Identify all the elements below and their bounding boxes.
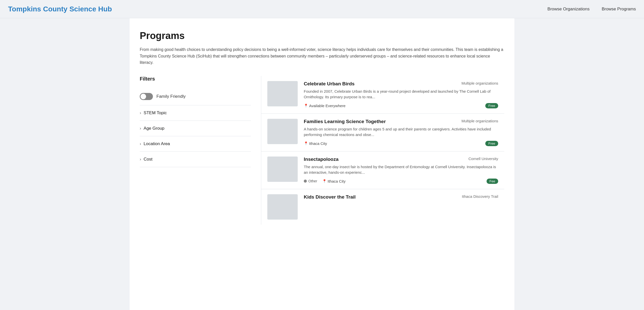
program-description: The annual, one-day insect fair is hoste… <box>304 164 498 176</box>
age-group-label: Age Group <box>144 126 164 131</box>
program-badge: Free <box>485 141 498 146</box>
stem-topic-expandable[interactable]: › STEM Topic <box>140 110 251 115</box>
program-header: Insectapolooza Cornell University <box>304 157 498 162</box>
other-label: Other <box>308 179 317 183</box>
program-name: Insectapolooza <box>304 157 338 162</box>
other-dot-icon <box>304 180 307 183</box>
program-meta-row: 📍 Available Everywhere Free <box>304 103 498 108</box>
program-meta-row: 📍 Ithaca City Free <box>304 141 498 146</box>
filter-age-group[interactable]: › Age Group <box>140 121 251 136</box>
location-text: Ithaca City <box>309 141 327 146</box>
cost-expandable[interactable]: › Cost <box>140 157 251 162</box>
program-card-insectapolooza[interactable]: Insectapolooza Cornell University The an… <box>261 151 504 189</box>
program-meta-left: 📍 Available Everywhere <box>304 104 346 108</box>
filter-location-area[interactable]: › Location Area <box>140 136 251 152</box>
program-thumbnail <box>267 157 298 182</box>
content-layout: Filters Family Friendly › STEM Topic <box>140 76 504 225</box>
program-card-celebrate-urban-birds[interactable]: Celebrate Urban Birds Multiple organizat… <box>261 76 504 114</box>
location-pin-icon: 📍 <box>304 104 308 108</box>
page-title: Programs <box>140 30 504 41</box>
program-location: 📍 Ithaca City <box>322 179 346 183</box>
program-header: Kids Discover the Trail Ithaca Discovery… <box>304 194 498 200</box>
program-description: Founded in 2007, Celebrate Urban Birds i… <box>304 89 498 100</box>
program-thumbnail <box>267 119 298 144</box>
program-location: 📍 Available Everywhere <box>304 104 346 108</box>
program-info: Insectapolooza Cornell University The an… <box>304 157 498 184</box>
program-meta-row: Other 📍 Ithaca City Fee <box>304 179 498 184</box>
stem-topic-label: STEM Topic <box>144 110 167 115</box>
programs-list: Celebrate Urban Birds Multiple organizat… <box>261 76 504 225</box>
program-name: Families Learning Science Together <box>304 119 386 124</box>
program-badge: Fee <box>487 179 498 184</box>
family-friendly-toggle-row: Family Friendly <box>140 93 251 100</box>
chevron-right-icon: › <box>140 157 141 162</box>
program-info: Kids Discover the Trail Ithaca Discovery… <box>304 194 498 202</box>
location-text: Ithaca City <box>328 179 346 183</box>
chevron-right-icon: › <box>140 111 141 115</box>
program-meta-left: 📍 Ithaca City <box>304 141 327 146</box>
toggle-thumb <box>140 94 146 99</box>
program-badge: Free <box>485 103 498 108</box>
chevron-right-icon: › <box>140 142 141 146</box>
site-logo[interactable]: Tompkins County Science Hub <box>8 5 112 13</box>
program-org: Multiple organizations <box>461 119 498 123</box>
program-info: Families Learning Science Together Multi… <box>304 119 498 146</box>
program-card-kids-discover-trail[interactable]: Kids Discover the Trail Ithaca Discovery… <box>261 189 504 225</box>
site-header: Tompkins County Science Hub Browse Organ… <box>0 0 644 18</box>
cost-label: Cost <box>144 157 152 162</box>
location-pin-icon: 📍 <box>304 141 308 145</box>
program-thumbnail <box>267 194 298 220</box>
program-org: Multiple organizations <box>461 81 498 85</box>
location-text: Available Everywhere <box>309 104 346 108</box>
nav-browse-organizations[interactable]: Browse Organizations <box>548 7 590 12</box>
page-description: From making good health choices to under… <box>140 46 504 66</box>
filters-title: Filters <box>140 76 251 82</box>
nav-browse-programs[interactable]: Browse Programs <box>602 7 636 12</box>
program-header: Celebrate Urban Birds Multiple organizat… <box>304 81 498 87</box>
age-group-expandable[interactable]: › Age Group <box>140 126 251 131</box>
other-badge: Other <box>304 179 317 183</box>
main-nav: Browse Organizations Browse Programs <box>548 7 636 12</box>
filter-stem-topic[interactable]: › STEM Topic <box>140 105 251 121</box>
location-area-expandable[interactable]: › Location Area <box>140 141 251 146</box>
program-org: Cornell University <box>468 157 498 161</box>
program-card-families-learning-science[interactable]: Families Learning Science Together Multi… <box>261 114 504 151</box>
program-name: Celebrate Urban Birds <box>304 81 355 87</box>
program-thumbnail <box>267 81 298 106</box>
sidebar-filters: Filters Family Friendly › STEM Topic <box>140 76 261 225</box>
location-pin-icon: 📍 <box>322 179 327 183</box>
family-friendly-toggle[interactable] <box>140 93 153 100</box>
program-info: Celebrate Urban Birds Multiple organizat… <box>304 81 498 108</box>
location-area-label: Location Area <box>144 141 170 146</box>
program-org: Ithaca Discovery Trail <box>462 194 498 199</box>
family-friendly-label: Family Friendly <box>156 94 186 99</box>
program-meta-left: Other 📍 Ithaca City <box>304 179 346 183</box>
program-name: Kids Discover the Trail <box>304 194 356 200</box>
chevron-right-icon: › <box>140 126 141 131</box>
filter-cost[interactable]: › Cost <box>140 152 251 167</box>
program-header: Families Learning Science Together Multi… <box>304 119 498 124</box>
main-content: Programs From making good health choices… <box>130 18 514 310</box>
program-location: 📍 Ithaca City <box>304 141 327 146</box>
toggle-track <box>140 93 153 100</box>
filter-family-friendly: Family Friendly <box>140 88 251 105</box>
program-description: A hands-on science program for children … <box>304 126 498 138</box>
